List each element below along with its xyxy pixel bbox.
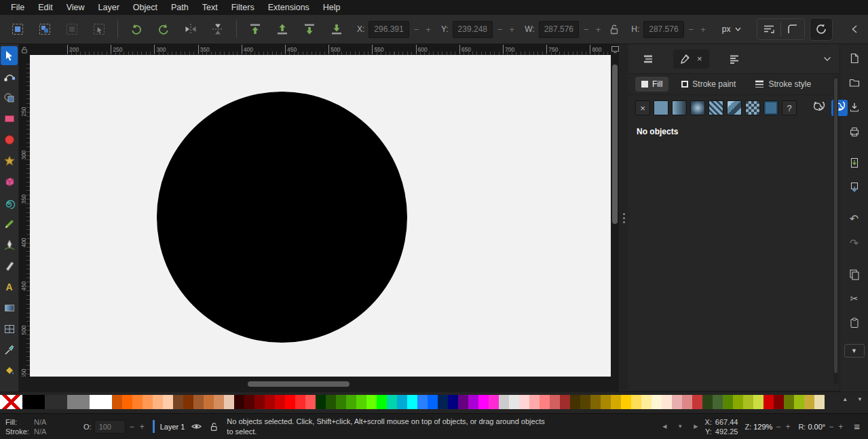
menu-item[interactable]: Text — [195, 1, 225, 14]
palette-swatch[interactable] — [784, 395, 794, 409]
menu-item[interactable]: Object — [126, 1, 164, 14]
objects-dialog-tab[interactable] — [637, 50, 660, 69]
palette-swatch[interactable] — [458, 395, 468, 409]
zoom-value[interactable]: 129% — [753, 423, 772, 431]
tool-text[interactable]: A — [1, 278, 18, 297]
palette-swatch[interactable] — [733, 395, 743, 409]
palette-swatch[interactable] — [448, 395, 458, 409]
export-button[interactable] — [844, 177, 865, 197]
tool-gradient[interactable] — [1, 299, 18, 318]
palette-swatch[interactable] — [0, 395, 22, 409]
tool-pen[interactable] — [1, 235, 18, 254]
palette-swatch[interactable] — [285, 395, 295, 409]
layer-selector[interactable]: Layer 1 — [160, 423, 185, 431]
palette-swatch[interactable] — [743, 395, 753, 409]
palette-swatch[interactable] — [377, 395, 387, 409]
rotate-cw-button[interactable] — [151, 18, 176, 41]
undo-button[interactable]: ↶ — [844, 208, 865, 229]
palette-swatch[interactable] — [428, 395, 438, 409]
palette-swatch[interactable] — [753, 395, 763, 409]
palette-swatch[interactable] — [173, 395, 183, 409]
paste-button[interactable] — [844, 313, 865, 333]
rotate-ccw-button[interactable] — [124, 18, 149, 41]
palette-swatch[interactable] — [122, 395, 132, 409]
palette-swatch[interactable] — [153, 395, 163, 409]
vertical-scrollbar-thumb[interactable] — [612, 64, 618, 224]
unit-dropdown[interactable]: px — [716, 20, 748, 39]
palette-swatch[interactable] — [570, 395, 580, 409]
dialog-menu-button[interactable] — [823, 56, 831, 62]
tool-node-editor[interactable] — [1, 67, 18, 86]
palette-swatch[interactable] — [183, 395, 193, 409]
fill-stroke-indicator[interactable]: Fill: N/A Stroke: N/A — [5, 418, 77, 436]
height-decrease-button[interactable]: − — [687, 24, 696, 35]
opacity-input[interactable]: 100 — [94, 420, 126, 434]
width-increase-button[interactable]: + — [594, 24, 603, 35]
tool-3d-box[interactable] — [1, 172, 18, 191]
palette-swatch[interactable] — [438, 395, 448, 409]
palette-swatch[interactable] — [621, 395, 631, 409]
zoom-out-button[interactable]: − — [774, 422, 782, 432]
x-decrease-button[interactable]: − — [412, 24, 421, 35]
opacity-decrease-button[interactable]: − — [128, 422, 136, 432]
palette-swatch[interactable] — [295, 395, 305, 409]
menu-item[interactable]: Extensions — [261, 1, 316, 14]
paint-mode-button[interactable] — [690, 100, 705, 115]
menu-item[interactable]: Help — [316, 1, 347, 14]
palette-swatch[interactable] — [254, 395, 265, 409]
palette-swatch[interactable] — [22, 395, 45, 409]
palette-swatch[interactable] — [305, 395, 316, 409]
height-input[interactable]: 287.576 — [643, 21, 683, 38]
width-decrease-button[interactable]: − — [582, 24, 591, 35]
palette-swatch[interactable] — [763, 395, 774, 409]
close-dialog-button[interactable]: × — [696, 54, 704, 64]
palette-swatch[interactable] — [540, 395, 550, 409]
palette-swatch[interactable] — [611, 395, 621, 409]
rotation-decrease-button[interactable]: − — [827, 422, 835, 432]
palette-swatch[interactable] — [417, 395, 428, 409]
dock-scrollbar-thumb[interactable] — [834, 78, 837, 373]
palette-swatch[interactable] — [346, 395, 356, 409]
cut-button[interactable]: ✂ — [844, 288, 865, 309]
palette-swatch[interactable] — [234, 395, 244, 409]
canvas-page[interactable] — [30, 55, 611, 377]
palette-swatch[interactable] — [723, 395, 733, 409]
paint-mode-button[interactable] — [654, 100, 668, 115]
layer-visibility-toggle[interactable] — [190, 421, 202, 433]
select-all-layers-button[interactable] — [33, 18, 57, 41]
palette-swatch[interactable] — [774, 395, 784, 409]
menu-item[interactable]: View — [60, 1, 92, 14]
redo-button[interactable]: ↷ — [844, 233, 865, 253]
tool-star[interactable] — [1, 151, 18, 170]
x-increase-button[interactable]: + — [423, 24, 433, 35]
palette-scroll-up-button[interactable]: ▲ — [842, 396, 848, 402]
palette-swatch[interactable] — [519, 395, 529, 409]
lower-to-bottom-button[interactable] — [324, 18, 349, 41]
palette-swatch[interactable] — [509, 395, 519, 409]
scale-corners-toggle[interactable] — [784, 20, 801, 38]
deselect-button[interactable] — [60, 18, 84, 41]
palette-swatch[interactable] — [692, 395, 702, 409]
palette-swatch[interactable] — [45, 395, 67, 409]
print-button[interactable] — [844, 121, 865, 142]
palette-swatch[interactable] — [489, 395, 499, 409]
palette-swatch[interactable] — [90, 395, 112, 409]
palette-swatch[interactable] — [224, 395, 234, 409]
tool-selector[interactable] — [1, 46, 18, 65]
palette-swatch[interactable] — [67, 395, 90, 409]
palette-swatch[interactable] — [702, 395, 713, 409]
height-increase-button[interactable]: + — [698, 24, 708, 35]
palette-swatch[interactable] — [580, 395, 590, 409]
select-all-button[interactable] — [5, 18, 30, 41]
import-button[interactable] — [844, 153, 865, 173]
palette-swatch[interactable] — [316, 395, 326, 409]
paint-mode-button[interactable] — [635, 100, 650, 115]
tool-pencil[interactable] — [1, 214, 18, 233]
palette-swatch[interactable] — [652, 395, 662, 409]
palette-swatch[interactable] — [112, 395, 122, 409]
palette-swatch[interactable] — [366, 395, 377, 409]
snapping-toggle[interactable] — [810, 18, 833, 41]
selection-frame-button[interactable] — [87, 18, 111, 41]
palette-swatch[interactable] — [336, 395, 346, 409]
palette-swatch[interactable] — [356, 395, 366, 409]
